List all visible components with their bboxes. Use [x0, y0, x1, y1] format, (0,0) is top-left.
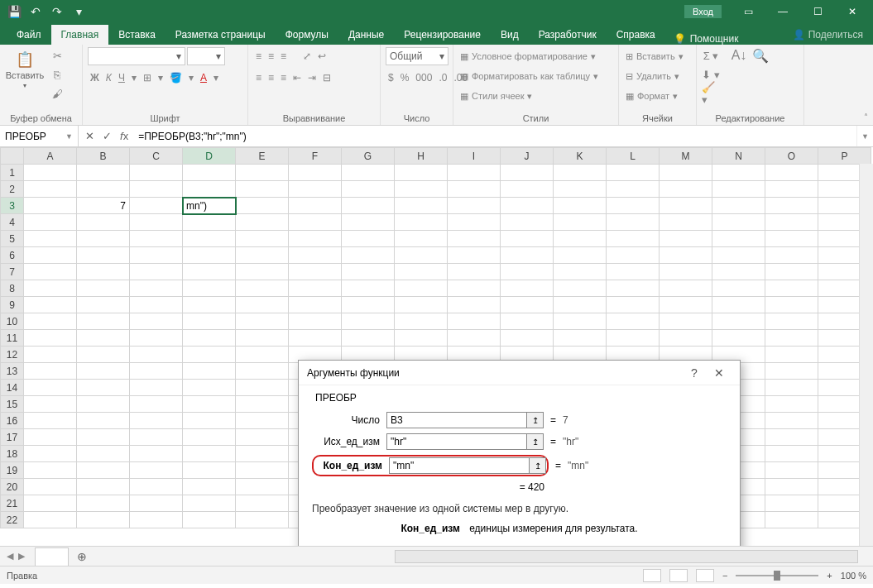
- sheet-nav-next-icon[interactable]: ▶: [18, 551, 25, 562]
- cell-E19[interactable]: [236, 462, 289, 479]
- cell-G3[interactable]: [342, 198, 395, 214]
- cell-O11[interactable]: [765, 330, 818, 347]
- cell-C12[interactable]: [130, 347, 183, 363]
- arg2-ref-button[interactable]: ↥: [527, 433, 544, 450]
- cell-A7[interactable]: [24, 264, 77, 280]
- cut-icon[interactable]: ✂: [48, 47, 66, 64]
- cell-D19[interactable]: [183, 462, 236, 479]
- cell-J1[interactable]: [501, 165, 554, 181]
- row-header-12[interactable]: 12: [1, 347, 24, 363]
- cell-O19[interactable]: [765, 462, 818, 479]
- cell-D22[interactable]: [183, 512, 236, 528]
- cell-H7[interactable]: [395, 264, 448, 280]
- cell-O8[interactable]: [765, 280, 818, 297]
- cell-O21[interactable]: [765, 495, 818, 512]
- insert-cells-button[interactable]: ⊞Вставить ▾: [624, 47, 685, 65]
- help-icon[interactable]: ?: [682, 366, 707, 380]
- cell-O16[interactable]: [765, 413, 818, 429]
- row-header-1[interactable]: 1: [1, 165, 24, 181]
- row-header-21[interactable]: 21: [1, 495, 24, 512]
- cell-O7[interactable]: [765, 264, 818, 280]
- row-header-15[interactable]: 15: [1, 396, 24, 413]
- cell-E9[interactable]: [236, 297, 289, 313]
- tab-data[interactable]: Данные: [338, 25, 394, 45]
- cell-B6[interactable]: [77, 247, 130, 264]
- cell-G1[interactable]: [342, 165, 395, 181]
- cell-O22[interactable]: [765, 512, 818, 528]
- qat-more-icon[interactable]: ▾: [69, 2, 89, 21]
- cell-I4[interactable]: [448, 214, 501, 231]
- cell-E11[interactable]: [236, 330, 289, 347]
- cell-A20[interactable]: [24, 479, 77, 495]
- signin-button[interactable]: Вход: [684, 5, 722, 18]
- cell-G7[interactable]: [342, 264, 395, 280]
- cell-B16[interactable]: [77, 413, 130, 429]
- cell-D7[interactable]: [183, 264, 236, 280]
- cell-D5[interactable]: [183, 231, 236, 247]
- cell-I8[interactable]: [448, 280, 501, 297]
- cell-H1[interactable]: [395, 165, 448, 181]
- page-layout-view-button[interactable]: [669, 569, 688, 582]
- cell-O13[interactable]: [765, 363, 818, 380]
- format-cells-button[interactable]: ▦Формат ▾: [624, 87, 679, 105]
- wrap-text-icon[interactable]: ↩: [315, 47, 329, 65]
- cell-D20[interactable]: [183, 479, 236, 495]
- cell-C15[interactable]: [130, 396, 183, 413]
- cell-B3[interactable]: 7: [77, 198, 130, 214]
- col-header-G[interactable]: G: [342, 148, 395, 165]
- cell-J4[interactable]: [501, 214, 554, 231]
- cell-D21[interactable]: [183, 495, 236, 512]
- zoom-out-button[interactable]: −: [722, 571, 727, 581]
- close-icon[interactable]: ✕: [836, 0, 869, 23]
- comma-icon[interactable]: 000: [413, 69, 434, 87]
- row-header-7[interactable]: 7: [1, 264, 24, 280]
- cell-I3[interactable]: [448, 198, 501, 214]
- col-header-A[interactable]: A: [24, 148, 77, 165]
- cell-N10[interactable]: [712, 313, 765, 330]
- tell-me[interactable]: 💡 Помощник: [674, 33, 739, 45]
- cell-C21[interactable]: [130, 495, 183, 512]
- cell-F4[interactable]: [289, 214, 342, 231]
- tab-developer[interactable]: Разработчик: [529, 25, 607, 45]
- arg1-input[interactable]: [386, 412, 527, 428]
- tab-help[interactable]: Справка: [607, 25, 665, 45]
- cell-H2[interactable]: [395, 181, 448, 198]
- cell-O3[interactable]: [765, 198, 818, 214]
- cell-O17[interactable]: [765, 429, 818, 446]
- cell-D17[interactable]: [183, 429, 236, 446]
- cell-B20[interactable]: [77, 479, 130, 495]
- row-header-18[interactable]: 18: [1, 446, 24, 462]
- cell-E7[interactable]: [236, 264, 289, 280]
- row-header-22[interactable]: 22: [1, 512, 24, 528]
- cell-H9[interactable]: [395, 297, 448, 313]
- cell-L10[interactable]: [607, 313, 660, 330]
- cell-M6[interactable]: [660, 247, 712, 264]
- cell-A16[interactable]: [24, 413, 77, 429]
- border-button[interactable]: ⊞: [141, 69, 154, 87]
- cell-N9[interactable]: [712, 297, 765, 313]
- row-header-8[interactable]: 8: [1, 280, 24, 297]
- cell-C4[interactable]: [130, 214, 183, 231]
- cell-L2[interactable]: [607, 181, 660, 198]
- cell-C3[interactable]: [130, 198, 183, 214]
- cell-C16[interactable]: [130, 413, 183, 429]
- row-header-6[interactable]: 6: [1, 247, 24, 264]
- cell-C18[interactable]: [130, 446, 183, 462]
- cell-L4[interactable]: [607, 214, 660, 231]
- row-header-9[interactable]: 9: [1, 297, 24, 313]
- cell-M7[interactable]: [660, 264, 712, 280]
- underline-button[interactable]: Ч: [116, 69, 127, 87]
- cell-N3[interactable]: [712, 198, 765, 214]
- cell-D18[interactable]: [183, 446, 236, 462]
- cell-M2[interactable]: [660, 181, 712, 198]
- cell-F2[interactable]: [289, 181, 342, 198]
- cell-D3[interactable]: mn"): [183, 198, 236, 214]
- cell-K5[interactable]: [554, 231, 607, 247]
- fx-icon[interactable]: fx: [120, 130, 128, 142]
- cell-M4[interactable]: [660, 214, 712, 231]
- cell-F9[interactable]: [289, 297, 342, 313]
- cell-B19[interactable]: [77, 462, 130, 479]
- col-header-K[interactable]: K: [554, 148, 607, 165]
- cell-N2[interactable]: [712, 181, 765, 198]
- cell-E21[interactable]: [236, 495, 289, 512]
